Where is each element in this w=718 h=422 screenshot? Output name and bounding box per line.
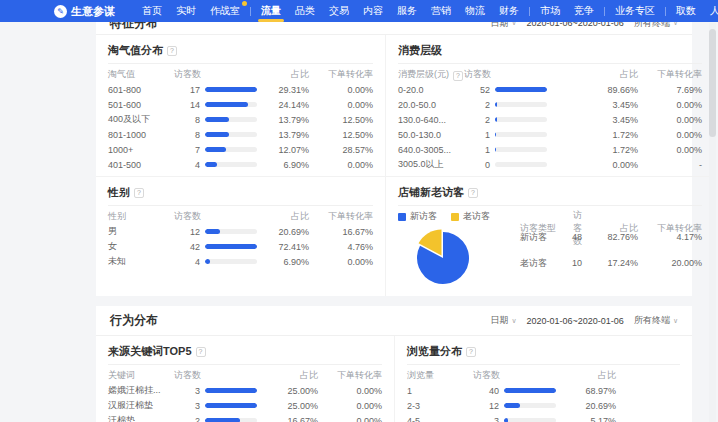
column-header: 访客数 <box>572 209 582 248</box>
table-cell-label: 男 <box>108 225 174 238</box>
help-icon[interactable]: ? <box>196 347 206 357</box>
nav-item-内容[interactable]: 内容 <box>356 0 390 22</box>
table-cell-visitors: 3 <box>174 386 266 396</box>
table-row: 20.0-50.023.45%0.00% <box>398 97 702 112</box>
table-row: 130.0-640...23.45%0.00% <box>398 112 702 127</box>
table-cell-ratio: 16.67% <box>266 416 318 422</box>
table-cell-label: 老访客 <box>520 257 572 270</box>
nav-item-品类[interactable]: 品类 <box>288 0 322 22</box>
nav-item-财务[interactable]: 财务 <box>492 0 526 22</box>
terminal-select[interactable]: 所有终端 ∨ <box>634 314 678 327</box>
brand-name: 生意参谋 <box>71 4 115 19</box>
panel-title-row: 性别 ? <box>108 185 373 206</box>
nav-item-市场[interactable]: 市场 <box>533 0 567 22</box>
table-cell-visitors: 1 <box>464 145 586 155</box>
table-cell-visitors: 17 <box>174 85 257 95</box>
column-header: 占比 <box>586 68 638 81</box>
date-type-select[interactable]: 日期 ∨ <box>490 314 516 327</box>
table-cell-visitors: 1 <box>464 130 586 140</box>
help-icon[interactable]: ? <box>167 46 177 56</box>
date-range-picker[interactable]: 2020-01-06~2020-01-06 <box>527 316 624 326</box>
table-cell-ratio: 5.17% <box>564 416 616 422</box>
table-cell-ratio: 17.24% <box>582 258 638 268</box>
scrollbar-track <box>709 23 716 422</box>
panel-new-old-visitors: 店铺新老访客 ? 新访客 老访客 <box>385 176 714 296</box>
table-cell-ratio: 1.72% <box>586 145 638 155</box>
nav-item-交易[interactable]: 交易 <box>322 0 356 22</box>
table-cell-label: 汪棉垫 <box>108 414 174 422</box>
legend-item-new-visitor[interactable]: 新访客 <box>398 210 437 223</box>
help-icon[interactable]: ? <box>453 71 463 81</box>
visitor-pie-chart[interactable] <box>410 226 474 288</box>
nav-item-服务[interactable]: 服务 <box>390 0 424 22</box>
date-range-picker[interactable]: 2020-01-06~2020-01-06 <box>527 22 624 28</box>
table-cell-label: 130.0-640... <box>398 115 464 125</box>
table-cell-conv: 4.76% <box>309 242 373 252</box>
scrollbar-thumb[interactable] <box>709 29 716 137</box>
table-cell-visitors: 3 <box>174 401 266 411</box>
brand-logo[interactable]: ✎ 生意参谋 <box>54 4 115 19</box>
table-cell-ratio: 29.31% <box>257 85 309 95</box>
date-type-select[interactable]: 日期 ∨ <box>490 22 516 30</box>
nav-divider <box>604 7 605 16</box>
table-header-row: 浏览量访客数占比 <box>407 368 680 383</box>
legend-swatch <box>451 213 459 221</box>
table-row: 嫦娥汪棉挂...325.00%0.00% <box>108 383 382 398</box>
column-header: 浏览量 <box>407 369 473 382</box>
table-header-row: 访客类型访客数占比下单转化率 <box>520 209 702 224</box>
table-cell-visitors: 10 <box>572 258 582 268</box>
legend-item-old-visitor[interactable]: 老访客 <box>451 210 490 223</box>
nav-item-竞争[interactable]: 竞争 <box>567 0 601 22</box>
panel-title: 来源关键词TOP5 <box>108 344 192 359</box>
chevron-down-icon: ∨ <box>511 22 516 27</box>
table-cell-label: 640.0-3005... <box>398 145 464 155</box>
panel-title: 淘气值分布 <box>108 43 163 58</box>
notification-dot <box>242 1 247 6</box>
column-header: 访客数 <box>464 68 586 81</box>
column-header: 关键词 <box>108 369 174 382</box>
chevron-down-icon: ∨ <box>511 317 516 325</box>
nav-item-业务专区[interactable]: 业务专区 <box>608 0 662 22</box>
panel-title: 浏览量分布 <box>407 344 462 359</box>
table-cell-ratio: 3.45% <box>586 115 638 125</box>
table-cell-ratio: 6.90% <box>257 257 309 267</box>
table-row: 14068.97% <box>407 383 680 398</box>
behavior-section-header: 行为分布 日期 ∨ 2020-01-06~2020-01-06 所有终端 ∨ <box>96 306 692 336</box>
help-icon[interactable]: ? <box>466 347 476 357</box>
table-row: 女4272.41%4.76% <box>108 239 373 254</box>
nav-item-实时[interactable]: 实时 <box>169 0 203 22</box>
nav-item-作战室[interactable]: 作战室 <box>203 0 247 22</box>
table-cell-conv: 0.00% <box>318 401 382 411</box>
chevron-down-icon: ∨ <box>673 22 678 27</box>
table-cell-label: 801-1000 <box>108 130 174 140</box>
nav-item-首页[interactable]: 首页 <box>135 0 169 22</box>
table-row: 2-31220.69% <box>407 398 680 413</box>
panel-title-row: 来源关键词TOP5 ? <box>108 344 382 365</box>
help-icon[interactable]: ? <box>468 188 478 198</box>
help-icon[interactable]: ? <box>134 188 144 198</box>
table-header-row: 关键词访客数占比下单转化率 <box>108 368 382 383</box>
table-row: 401-50046.90%0.00% <box>108 157 373 172</box>
column-header: 访客数 <box>473 369 564 382</box>
table-cell-visitors: 0 <box>464 160 586 170</box>
table-cell-visitors: 12 <box>473 401 564 411</box>
nav-item-人群管理[interactable]: 人群管理 <box>703 0 718 22</box>
column-header: 访客数 <box>174 68 257 81</box>
table-cell-conv: 4.17% <box>638 232 702 242</box>
table-cell-visitors: 52 <box>464 85 586 95</box>
section-gap <box>0 296 718 306</box>
table-cell-ratio: 68.97% <box>564 386 616 396</box>
table-cell-visitors: 3 <box>473 416 564 422</box>
nav-item-取数[interactable]: 取数 <box>669 0 703 22</box>
nav-item-流量[interactable]: 流量 <box>254 0 288 22</box>
terminal-select[interactable]: 所有终端 ∨ <box>634 22 678 30</box>
feature-section-header: 特征分布 日期 ∨ 2020-01-06~2020-01-06 所有终端 ∨ <box>96 22 692 35</box>
pie-chart-area: 新访客 老访客 <box>398 209 520 292</box>
table-row: 501-6001424.14%0.00% <box>108 97 373 112</box>
table-cell-ratio: 89.66% <box>586 85 638 95</box>
nav-item-物流[interactable]: 物流 <box>458 0 492 22</box>
nav-item-营销[interactable]: 营销 <box>424 0 458 22</box>
table-cell-visitors: 2 <box>464 115 586 125</box>
table-cell-conv: - <box>638 160 702 170</box>
sycm-logo-icon: ✎ <box>54 5 67 18</box>
